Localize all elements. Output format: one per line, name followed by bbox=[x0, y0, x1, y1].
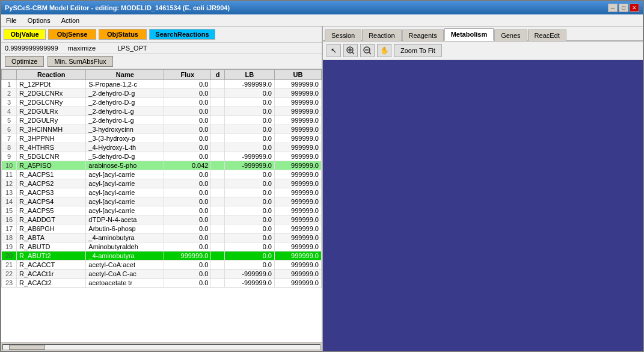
row-idx: 16 bbox=[2, 215, 17, 224]
table-row[interactable]: 3 R_2DGLCNRy _2-dehydro-D-g 0.0 0.0 9999… bbox=[2, 98, 322, 107]
hscroll-track[interactable] bbox=[2, 344, 320, 350]
table-row[interactable]: 20 R_ABUTt2 _4-aminobutyra 999999.0 0.0 … bbox=[2, 252, 322, 261]
table-row[interactable]: 21 R_ACACCT acetyl-CoA:acet 0.0 0.0 9999… bbox=[2, 261, 322, 270]
table-row[interactable]: 12 R_AACPS2 acyl-[acyl-carrie 0.0 0.0 99… bbox=[2, 179, 322, 188]
flux-table-container[interactable]: Reaction Name Flux d LB UB 1 R_12PPDt S-… bbox=[1, 69, 322, 342]
row-name: acyl-[acyl-carrie bbox=[86, 179, 164, 188]
row-name: Aminobutyraldeh bbox=[86, 242, 164, 252]
tab-reaction[interactable]: Reaction bbox=[362, 29, 401, 41]
table-row[interactable]: 10 R_A5PISO arabinose-5-pho 0.042 -99999… bbox=[2, 161, 322, 170]
col-header-ub: UB bbox=[274, 70, 321, 80]
close-button[interactable]: ✕ bbox=[630, 4, 639, 12]
minimize-button[interactable]: ─ bbox=[608, 4, 618, 12]
table-row[interactable]: 13 R_AACPS3 acyl-[acyl-carrie 0.0 0.0 99… bbox=[2, 188, 322, 197]
row-ub: 999999.0 bbox=[274, 134, 321, 143]
row-lb: 0.0 bbox=[224, 98, 274, 107]
tab-session[interactable]: Session bbox=[325, 29, 361, 41]
table-row[interactable]: 2 R_2DGLCNRx _2-dehydro-D-g 0.0 0.0 9999… bbox=[2, 89, 322, 98]
row-d bbox=[211, 143, 224, 152]
row-ub: 999999.0 bbox=[274, 215, 321, 224]
row-name: _5-dehydro-D-g bbox=[86, 152, 164, 161]
objstatus-button[interactable]: ObjStatus bbox=[99, 29, 147, 40]
row-name: acyl-[acyl-carrie bbox=[86, 197, 164, 206]
table-row[interactable]: 18 R_ABTA _4-aminobutyra 0.0 0.0 999999.… bbox=[2, 233, 322, 242]
objsense-button[interactable]: ObjSense bbox=[48, 29, 96, 40]
cursor-tool-button[interactable]: ↖ bbox=[327, 44, 341, 57]
table-row[interactable]: 11 R_AACPS1 acyl-[acyl-carrie 0.0 0.0 99… bbox=[2, 170, 322, 179]
row-reaction: R_ABUTD bbox=[17, 242, 86, 252]
row-idx: 2 bbox=[2, 89, 17, 98]
row-flux: 0.0 bbox=[164, 279, 211, 288]
horizontal-scrollbar[interactable] bbox=[1, 342, 322, 351]
table-row[interactable]: 1 R_12PPDt S-Propane-1,2-c 0.0 -999999.0… bbox=[2, 80, 322, 89]
pan-tool-button[interactable]: ✋ bbox=[377, 44, 391, 57]
menu-options[interactable]: Options bbox=[25, 16, 53, 25]
table-row[interactable]: 14 R_AACPS4 acyl-[acyl-carrie 0.0 0.0 99… bbox=[2, 197, 322, 206]
row-ub: 999999.0 bbox=[274, 125, 321, 134]
toolbar-row3: Optimize Min. SumAbsFlux bbox=[1, 54, 322, 69]
table-row[interactable]: 22 R_ACACt1r acetyl-CoA C-ac 0.0 -999999… bbox=[2, 270, 322, 279]
col-header-reaction: Reaction bbox=[17, 70, 86, 80]
maximize-button[interactable]: □ bbox=[619, 4, 628, 12]
tab-reacedt[interactable]: ReacEdt bbox=[528, 29, 566, 41]
row-flux: 0.0 bbox=[164, 197, 211, 206]
row-lb: 0.0 bbox=[224, 170, 274, 179]
table-row[interactable]: 15 R_AACPS5 acyl-[acyl-carrie 0.0 0.0 99… bbox=[2, 206, 322, 215]
tab-toolbar: ↖ ✋ Zoom To Fit bbox=[323, 42, 643, 60]
row-lb: 0.0 bbox=[224, 107, 274, 116]
row-reaction: R_AACPS4 bbox=[17, 197, 86, 206]
row-idx: 10 bbox=[2, 161, 17, 170]
table-row[interactable]: 5 R_2DGULRy _2-dehydro-L-g 0.0 0.0 99999… bbox=[2, 116, 322, 125]
table-row[interactable]: 4 R_2DGULRx _2-dehydro-L-g 0.0 0.0 99999… bbox=[2, 107, 322, 116]
row-flux: 0.0 bbox=[164, 224, 211, 233]
metabolism-canvas[interactable]: M_h_cM_nadph_cM_2dhguln_cR_2DGULRyM_idon… bbox=[323, 60, 643, 351]
row-idx: 13 bbox=[2, 188, 17, 197]
hscroll-thumb[interactable] bbox=[9, 345, 45, 350]
row-name: _3-(3-hydroxy-p bbox=[86, 134, 164, 143]
table-row[interactable]: 9 R_5DGLCNR _5-dehydro-D-g 0.0 -999999.0… bbox=[2, 152, 322, 161]
row-idx: 12 bbox=[2, 179, 17, 188]
table-row[interactable]: 19 R_ABUTD Aminobutyraldeh 0.0 0.0 99999… bbox=[2, 242, 322, 252]
row-lb: 0.0 bbox=[224, 224, 274, 233]
tab-metabolism[interactable]: Metabolism bbox=[444, 28, 494, 41]
row-idx: 5 bbox=[2, 116, 17, 125]
row-reaction: R_ABUTt2 bbox=[17, 252, 86, 261]
row-idx: 21 bbox=[2, 261, 17, 270]
table-row[interactable]: 23 R_ACACt2 acetoacetate tr 0.0 -999999.… bbox=[2, 279, 322, 288]
right-panel: Session Reaction Reagents Metabolism Gen… bbox=[323, 26, 643, 351]
menu-file[interactable]: File bbox=[4, 16, 19, 25]
searchreactions-button[interactable]: SearchReactions bbox=[149, 29, 215, 40]
row-ub: 999999.0 bbox=[274, 197, 321, 206]
row-ub: 999999.0 bbox=[274, 224, 321, 233]
row-idx: 23 bbox=[2, 279, 17, 288]
row-flux: 0.0 bbox=[164, 80, 211, 89]
row-reaction: R_2DGULRy bbox=[17, 116, 86, 125]
table-row[interactable]: 7 R_3HPPNH _3-(3-hydroxy-p 0.0 0.0 99999… bbox=[2, 134, 322, 143]
row-idx: 6 bbox=[2, 125, 17, 134]
row-reaction: R_AACPS3 bbox=[17, 188, 86, 197]
tab-genes[interactable]: Genes bbox=[494, 29, 527, 41]
tab-reagents[interactable]: Reagents bbox=[402, 29, 444, 41]
table-row[interactable]: 16 R_AADDGT dTDP-N-4-aceta 0.0 0.0 99999… bbox=[2, 215, 322, 224]
minsum-button[interactable]: Min. SumAbsFlux bbox=[48, 56, 112, 67]
menu-action[interactable]: Action bbox=[59, 16, 82, 25]
row-d bbox=[211, 161, 224, 170]
zoom-in-button[interactable] bbox=[343, 44, 358, 57]
row-lb: 0.0 bbox=[224, 206, 274, 215]
toolbar-row1: ObjValue ObjSense ObjStatus SearchReacti… bbox=[1, 26, 322, 43]
row-name: acyl-[acyl-carrie bbox=[86, 206, 164, 215]
zoom-out-button[interactable] bbox=[360, 44, 375, 57]
table-row[interactable]: 17 R_AB6PGH Arbutin-6-phosp 0.0 0.0 9999… bbox=[2, 224, 322, 233]
table-row[interactable]: 6 R_3HCINNMH _3-hydroxycinn 0.0 0.0 9999… bbox=[2, 125, 322, 134]
objvalue-button[interactable]: ObjValue bbox=[4, 29, 46, 40]
row-flux: 0.0 bbox=[164, 270, 211, 279]
row-idx: 14 bbox=[2, 197, 17, 206]
optimize-button[interactable]: Optimize bbox=[5, 56, 44, 67]
row-name: arabinose-5-pho bbox=[86, 161, 164, 170]
zoom-to-fit-button[interactable]: Zoom To Fit bbox=[394, 44, 442, 57]
row-flux: 0.0 bbox=[164, 107, 211, 116]
row-flux: 0.0 bbox=[164, 116, 211, 125]
row-idx: 22 bbox=[2, 270, 17, 279]
row-name: acyl-[acyl-carrie bbox=[86, 170, 164, 179]
table-row[interactable]: 8 R_4HTHRS _4-Hydroxy-L-th 0.0 0.0 99999… bbox=[2, 143, 322, 152]
